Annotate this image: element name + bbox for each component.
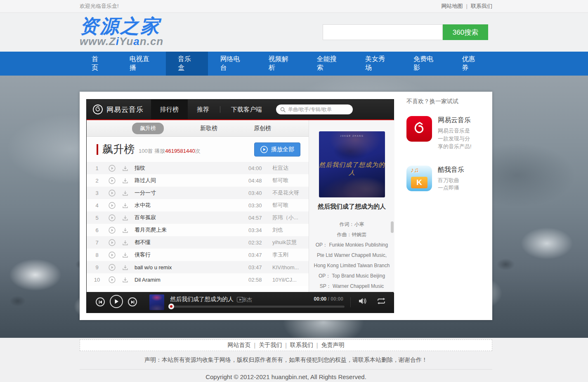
song-row[interactable]: 8 侠客行 03:47 李玉刚 <box>87 249 309 261</box>
song-row[interactable]: 4 水中花 03:30 郁可唯 <box>87 199 309 211</box>
song-row[interactable]: 7 都不懂 02:32 yihuik苡慧 <box>87 236 309 249</box>
song-title[interactable]: ball w/o u remix <box>135 264 248 270</box>
subtab-original[interactable]: 原创榜 <box>254 125 271 132</box>
song-title[interactable]: 一分一寸 <box>135 189 248 197</box>
row-play-icon[interactable] <box>108 276 116 283</box>
song-title[interactable]: 侠客行 <box>135 251 248 259</box>
song-artist[interactable]: yihuik苡慧 <box>272 239 309 246</box>
row-download-icon[interactable] <box>121 214 129 221</box>
album-art[interactable]: JOKER ZHANG 然后我们成了想成为的人 <box>319 131 385 197</box>
play-button[interactable] <box>110 295 123 308</box>
player-artist[interactable]: 张杰 <box>241 296 252 304</box>
tab-ranking[interactable]: 排行榜 <box>151 100 188 119</box>
volume-icon[interactable] <box>358 297 367 305</box>
nav-item-beauty[interactable]: 美女秀场 <box>353 52 401 76</box>
song-artist[interactable]: 10Yil/CJ... <box>272 277 309 283</box>
row-download-icon[interactable] <box>121 251 129 259</box>
row-download-icon[interactable] <box>121 226 129 234</box>
site-search-input[interactable] <box>323 24 443 40</box>
previous-button[interactable] <box>96 297 105 306</box>
progress-bar[interactable] <box>169 306 345 308</box>
song-title[interactable]: 看月亮爬上来 <box>135 226 248 234</box>
song-artist[interactable]: 郁可唯 <box>272 202 309 209</box>
row-download-icon[interactable] <box>121 189 129 197</box>
footer-link-disclaimer[interactable]: 免责声明 <box>321 342 344 349</box>
nav-item-coupons[interactable]: 优惠券 <box>450 52 492 76</box>
contact-link[interactable]: 联系我们 <box>471 3 492 9</box>
app-netease[interactable]: 网易云音乐 网易云音乐是 一款发现与分 享的音乐产品! <box>406 116 489 151</box>
nav-item-tv[interactable]: 电视直播 <box>118 52 166 76</box>
row-play-icon[interactable] <box>108 164 116 172</box>
footer-link-home[interactable]: 网站首页 <box>228 342 251 349</box>
song-artist[interactable]: KIV/thom... <box>272 264 309 270</box>
song-row[interactable]: 6 看月亮爬上来 03:34 刘也 <box>87 224 309 236</box>
song-artist[interactable]: 不是花火呀 <box>272 189 309 197</box>
row-download-icon[interactable] <box>121 202 129 209</box>
tab-recommend[interactable]: 推荐 <box>188 100 218 119</box>
sitemap-link[interactable]: 网站地图 <box>442 3 463 9</box>
song-title[interactable]: Dil Aramim <box>135 277 248 283</box>
row-download-icon[interactable] <box>121 276 129 283</box>
nav-item-radio[interactable]: 网络电台 <box>208 52 256 76</box>
row-play-icon[interactable] <box>108 189 116 197</box>
song-artist[interactable]: 苏玮（小... <box>272 214 309 221</box>
tab-download-client[interactable]: 下载客户端 <box>222 100 271 119</box>
progress-knob[interactable] <box>168 304 174 309</box>
row-download-icon[interactable] <box>121 239 129 246</box>
netease-brand[interactable]: 网易云音乐 <box>87 104 151 115</box>
row-download-icon[interactable] <box>121 177 129 184</box>
song-title[interactable]: 百年孤寂 <box>135 214 248 221</box>
song-artist[interactable]: 李玉刚 <box>272 251 309 259</box>
nav-item-musicbox[interactable]: 音乐盒 <box>166 52 208 76</box>
row-play-icon[interactable] <box>108 239 116 246</box>
netease-app-icon[interactable] <box>406 116 432 142</box>
song-title[interactable]: 水中花 <box>135 202 248 209</box>
footer-link-about[interactable]: 关于我们 <box>259 342 282 349</box>
row-download-icon[interactable] <box>121 164 129 172</box>
play-count: 4619581440 <box>165 148 195 154</box>
nav-item-movies[interactable]: 免费电影 <box>401 52 450 76</box>
play-all-button[interactable]: 播放全部 <box>254 142 300 157</box>
song-row[interactable]: 9 ball w/o u remix 03:47 KIV/thom... <box>87 261 309 273</box>
next-button[interactable] <box>128 297 137 306</box>
player-album-thumbnail[interactable] <box>149 294 164 310</box>
row-play-icon[interactable] <box>108 226 116 234</box>
kuwo-app-name[interactable]: 酷我音乐 <box>438 166 464 174</box>
song-artist[interactable]: 刘也 <box>272 226 309 234</box>
subtab-soaring[interactable]: 飙升榜 <box>132 123 164 134</box>
song-artist[interactable]: 杜宣达 <box>272 164 309 172</box>
widget-search-input[interactable] <box>288 107 346 112</box>
row-play-icon[interactable] <box>108 263 116 271</box>
song-title[interactable]: 都不懂 <box>135 239 248 246</box>
scrollbar-thumb[interactable] <box>391 221 394 233</box>
song-title[interactable]: 指纹 <box>135 164 248 172</box>
nav-item-video-parse[interactable]: 视频解析 <box>257 52 305 76</box>
top-bar: 欢迎光临音乐盒! 网站地图|联系我们 <box>0 0 588 13</box>
song-row[interactable]: 2 路过人间 04:48 郁可唯 <box>87 174 309 187</box>
row-play-icon[interactable] <box>108 177 116 184</box>
subtab-new-songs[interactable]: 新歌榜 <box>200 125 217 132</box>
music-notes-icon: ♪♫ <box>411 166 419 174</box>
song-row[interactable]: 3 一分一寸 03:40 不是花火呀 <box>87 187 309 199</box>
kuwo-app-icon[interactable]: ♪♫ K <box>406 166 432 191</box>
app-kuwo[interactable]: ♪♫ K 酷我音乐 百万歌曲 一点即播 <box>406 166 489 192</box>
footer-link-contact[interactable]: 联系我们 <box>290 342 313 349</box>
nav-item-home[interactable]: 首 页 <box>80 52 118 76</box>
link-separator: | <box>466 3 468 9</box>
netease-app-name[interactable]: 网易云音乐 <box>438 116 472 125</box>
row-play-icon[interactable] <box>108 202 116 209</box>
row-play-icon[interactable] <box>108 251 116 259</box>
search-360-button[interactable]: 360搜索 <box>443 24 488 40</box>
site-logo[interactable]: 资源之家 www.ZiYuan.cn <box>80 16 163 47</box>
song-row[interactable]: 5 百年孤寂 04:57 苏玮（小... <box>87 211 309 224</box>
row-play-icon[interactable] <box>108 214 116 221</box>
desc-line: 一点即播 <box>438 184 464 192</box>
song-title[interactable]: 路过人间 <box>135 177 248 184</box>
repeat-icon[interactable] <box>376 297 386 305</box>
song-number: 7 <box>92 240 102 246</box>
nav-item-search[interactable]: 全能搜索 <box>305 52 353 76</box>
song-artist[interactable]: 郁可唯 <box>272 177 309 184</box>
song-row[interactable]: 10 Dil Aramim 02:58 10Yil/CJ... <box>87 273 309 286</box>
row-download-icon[interactable] <box>121 263 129 271</box>
song-row[interactable]: 1 指纹 04:00 杜宣达 <box>87 162 309 174</box>
